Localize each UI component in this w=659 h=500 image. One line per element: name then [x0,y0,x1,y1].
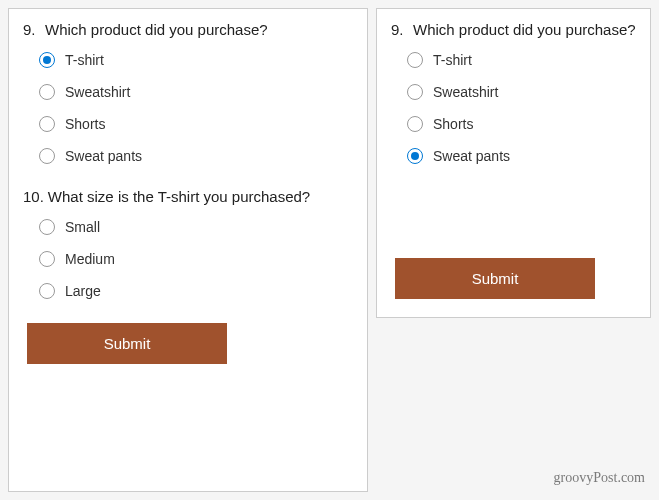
submit-button-right[interactable]: Submit [395,258,595,299]
option-label: Shorts [65,116,105,132]
radio-icon [39,251,55,267]
option-label: Sweatshirt [433,84,498,100]
option-label: Sweat pants [65,148,142,164]
form-panel-left: 9. Which product did you purchase? T-shi… [8,8,368,492]
option-sweatshirt[interactable]: Sweatshirt [39,84,353,100]
option-label: T-shirt [65,52,104,68]
question-10-title: 10. What size is the T-shirt you purchas… [23,188,353,205]
question-10-block: 10. What size is the T-shirt you purchas… [23,188,353,299]
question-text: Which product did you purchase? [413,21,636,38]
submit-button[interactable]: Submit [27,323,227,364]
option-tshirt-right[interactable]: T-shirt [407,52,636,68]
question-text: Which product did you purchase? [45,21,268,38]
option-label: Shorts [433,116,473,132]
radio-icon [39,116,55,132]
radio-icon [39,84,55,100]
option-shorts-right[interactable]: Shorts [407,116,636,132]
watermark-text: groovyPost.com [554,470,645,486]
option-label: Large [65,283,101,299]
question-10-options: Small Medium Large [23,219,353,299]
question-9-title: 9. Which product did you purchase? [23,21,353,38]
radio-icon [407,148,423,164]
option-label: Sweat pants [433,148,510,164]
radio-icon [39,148,55,164]
option-label: Small [65,219,100,235]
question-9-options: T-shirt Sweatshirt Shorts Sweat pants [23,52,353,164]
question-number: 9. [23,21,41,38]
question-9-title-right: 9. Which product did you purchase? [391,21,636,38]
radio-icon [39,219,55,235]
option-sweatpants-right[interactable]: Sweat pants [407,148,636,164]
option-shorts[interactable]: Shorts [39,116,353,132]
question-9-options-right: T-shirt Sweatshirt Shorts Sweat pants [391,52,636,164]
question-number: 9. [391,21,409,38]
form-panel-right: 9. Which product did you purchase? T-shi… [376,8,651,318]
question-text: What size is the T-shirt you purchased? [48,188,310,205]
question-number: 10. [23,188,44,205]
option-tshirt[interactable]: T-shirt [39,52,353,68]
question-9-block: 9. Which product did you purchase? T-shi… [23,21,353,164]
option-label: Medium [65,251,115,267]
radio-icon [39,283,55,299]
radio-icon [407,116,423,132]
option-sweatpants[interactable]: Sweat pants [39,148,353,164]
option-label: T-shirt [433,52,472,68]
option-medium[interactable]: Medium [39,251,353,267]
radio-icon [407,84,423,100]
question-9-block-right: 9. Which product did you purchase? T-shi… [391,21,636,180]
option-small[interactable]: Small [39,219,353,235]
option-large[interactable]: Large [39,283,353,299]
option-sweatshirt-right[interactable]: Sweatshirt [407,84,636,100]
option-label: Sweatshirt [65,84,130,100]
radio-icon [407,52,423,68]
radio-icon [39,52,55,68]
